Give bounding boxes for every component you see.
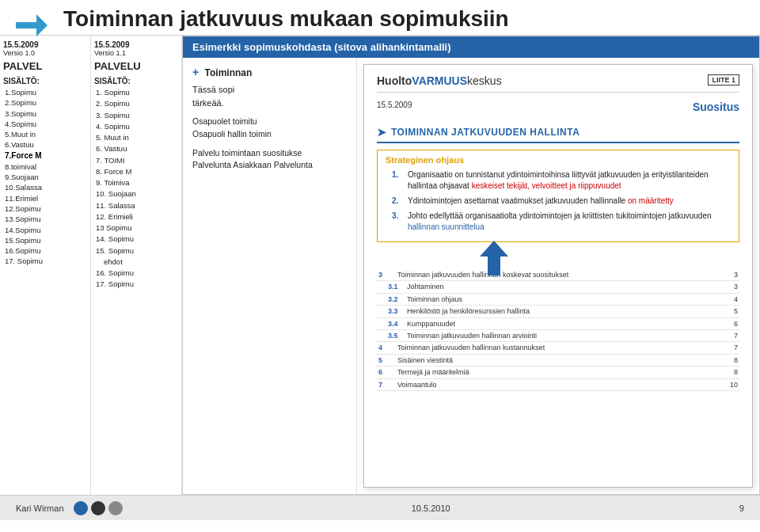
col2-menu-item: 1. Sopimu bbox=[94, 87, 178, 98]
strat-item-1: 1. Organisaatio on tunnistanut ydintoimi… bbox=[392, 169, 731, 192]
strateginen-box: Strateginen ohjaus 1. Organisaatio on tu… bbox=[377, 150, 739, 242]
footer: Kari Wirman 10.5.2010 9 bbox=[0, 495, 760, 520]
doc-toiminnan-title: + Toiminnan bbox=[192, 66, 347, 78]
toc-item: 7 Voimaantulo 10 bbox=[377, 379, 739, 391]
toc-item: 3.4 Kumppanuudet 6 bbox=[377, 318, 739, 330]
svg-rect-0 bbox=[16, 22, 38, 28]
col1-menu-item: 17. Sopimu bbox=[3, 256, 87, 266]
section-title: TOIMINNAN JATKUVUUDEN HALLINTA bbox=[391, 127, 580, 138]
doc-header-bar: Esimerkki sopimuskohdasta (sitova alihan… bbox=[183, 36, 759, 58]
col2-menu-item: 2. Sopimu bbox=[94, 98, 178, 109]
doc-page-header: HuoltoVARMUUSkeskus LIITE 1 bbox=[377, 74, 739, 93]
col2-menu-item: 14. Sopimu bbox=[94, 234, 178, 245]
col1-menu-item: 16.Sopimu bbox=[3, 245, 87, 256]
col2-date-block: 15.5.2009 Versio 1.1 bbox=[94, 40, 178, 57]
col2-menu-item-highlight: 7. TOIMI bbox=[94, 155, 178, 166]
blue-arrow-icon bbox=[480, 241, 508, 276]
footer-date: 10.5.2010 bbox=[412, 504, 450, 513]
doc-right-panel: HuoltoVARMUUSkeskus LIITE 1 15.5.2009 Su… bbox=[357, 58, 759, 494]
col1-menu-item: 10.Salassa bbox=[3, 182, 87, 192]
toc-item: 3.5 Toiminnan jatkuvuuden hallinnan arvi… bbox=[377, 330, 739, 342]
sidebar-col1: 15.5.2009 Versio 1.0 PALVEL SISÄLTÖ: 1.S… bbox=[0, 36, 91, 495]
col2-menu-item: 5. Muut in bbox=[94, 132, 178, 143]
col2-menu-item: 15. Sopimu bbox=[94, 245, 178, 256]
huolto-logo: HuoltoVARMUUSkeskus bbox=[377, 74, 502, 87]
tassa-sopi-text: Tässä sopi tärkeää. bbox=[192, 83, 347, 109]
col2-menu-item: 13 Sopimu bbox=[94, 222, 178, 234]
doc-left-panel: + Toiminnan Tässä sopi tärkeää. Osapuole… bbox=[183, 58, 357, 494]
col2-menu-item: 8. Force M bbox=[94, 166, 178, 177]
toc-item: 3.2 Toiminnan ohjaus 4 bbox=[377, 294, 739, 306]
page-title: Toiminnan jatkuvuus mukaan sopimuksiin bbox=[63, 6, 747, 32]
toc-item: 3 Toiminnan jatkuvuuden hallinnan koskev… bbox=[377, 269, 739, 281]
col2-sisalto: SISÄLTÖ: bbox=[94, 77, 178, 86]
palvelu-block: Palvelu toimintaan suositukse Palvelunta… bbox=[192, 147, 347, 173]
strat-item-3: 3. Johto edellyttää organisaatiolta ydin… bbox=[392, 211, 731, 233]
strat-item-2: 2. Ydintoimintojen asettamat vaatimukset… bbox=[392, 196, 731, 207]
toc-item: 5 Sisäinen viestintä 8 bbox=[377, 355, 739, 367]
section-arrow-icon: ➤ bbox=[377, 126, 386, 139]
doc-body: + Toiminnan Tässä sopi tärkeää. Osapuole… bbox=[183, 58, 759, 494]
col1-sisalto: SISÄLTÖ: bbox=[3, 77, 87, 86]
col1-menu-item: 4.Sopimu bbox=[3, 119, 87, 129]
doc-overlay: Esimerkki sopimuskohdasta (sitova alihan… bbox=[182, 36, 760, 495]
col1-menu-item: 12.Sopimu bbox=[3, 203, 87, 214]
col1-version: Versio 1.0 bbox=[3, 49, 87, 57]
toc-item: 6 Termejä ja määritelmiä 8 bbox=[377, 367, 739, 378]
col1-menu-item: 1.Sopimu bbox=[3, 87, 87, 97]
col2-menu-item: 11. Salassa bbox=[94, 200, 178, 211]
strateginen-title: Strateginen ohjaus bbox=[386, 155, 731, 165]
liite-badge: LIITE 1 bbox=[708, 74, 739, 86]
svg-marker-1 bbox=[36, 14, 48, 36]
col2-menu-item: 6. Vastuu bbox=[94, 143, 178, 154]
col2-menu-item: 17. Sopimu bbox=[94, 279, 178, 290]
footer-author: Kari Wirman bbox=[16, 504, 64, 513]
suositus-label: Suositus bbox=[693, 101, 739, 113]
col1-menu-item: 8.toimival bbox=[3, 162, 87, 172]
example-title: Esimerkki sopimuskohdasta (sitova alihan… bbox=[192, 41, 451, 53]
document-page: HuoltoVARMUUSkeskus LIITE 1 15.5.2009 Su… bbox=[363, 64, 753, 488]
col2-version: Versio 1.1 bbox=[94, 49, 178, 57]
sidebar-col2: 15.5.2009 Versio 1.1 PALVELU SISÄLTÖ: 1.… bbox=[91, 36, 182, 495]
col1-menu-item: 2.Sopimu bbox=[3, 97, 87, 108]
main-content: Esimerkki sopimuskohdasta (sitova alihan… bbox=[182, 36, 760, 495]
col2-title: PALVELU bbox=[94, 60, 178, 72]
main-layout: 15.5.2009 Versio 1.0 PALVEL SISÄLTÖ: 1.S… bbox=[0, 36, 760, 495]
col2-menu-item: 3. Sopimu bbox=[94, 110, 178, 121]
col2-menu-item: 4. Sopimu bbox=[94, 121, 178, 132]
svg-marker-2 bbox=[480, 241, 508, 276]
osapuolet-block: Osapuolet toimitu Osapuoli hallin toimin bbox=[192, 116, 347, 141]
col1-title: PALVEL bbox=[3, 60, 87, 72]
toc-item: 4 Toiminnan jatkuvuuden hallinnan kustan… bbox=[377, 342, 739, 354]
strateginen-items: 1. Organisaatio on tunnistanut ydintoimi… bbox=[386, 169, 731, 233]
footer-circles bbox=[74, 501, 123, 515]
toc-item: 3.3 Henkilöstö ja henkilöresurssien hall… bbox=[377, 306, 739, 317]
footer-page: 9 bbox=[739, 504, 744, 513]
header-arrow-icon bbox=[13, 10, 51, 41]
col1-menu-item: 14.Sopimu bbox=[3, 225, 87, 235]
footer-left: Kari Wirman bbox=[16, 501, 123, 515]
col1-menu-item: 11.Erimiel bbox=[3, 193, 87, 203]
circle-gray bbox=[108, 501, 123, 515]
circle-dark bbox=[91, 501, 105, 515]
col2-menu-item: 10. Suojaan bbox=[94, 188, 178, 200]
col1-date: 15.5.2009 bbox=[3, 40, 87, 49]
toiminnan-hallinta-header: ➤ TOIMINNAN JATKUVUUDEN HALLINTA bbox=[377, 126, 739, 143]
col1-menu-item: 13.Sopimu bbox=[3, 214, 87, 224]
col2-menu-item: ehdot bbox=[94, 256, 178, 268]
col2-menu-item: 9. Toimiva bbox=[94, 177, 178, 188]
col1-menu-item: 9.Suojaan bbox=[3, 172, 87, 182]
col1-menu-item: 15.Sopimu bbox=[3, 235, 87, 245]
col1-menu-item-highlight: 7.Force M bbox=[3, 150, 87, 162]
col2-menu-item: 12. Erimieli bbox=[94, 211, 178, 222]
col2-menu-item: 16. Sopimu bbox=[94, 268, 178, 279]
page-header: Toiminnan jatkuvuus mukaan sopimuksiin bbox=[0, 0, 760, 36]
col1-menu-item: 3.Sopimu bbox=[3, 108, 87, 119]
col2-date: 15.5.2009 bbox=[94, 40, 178, 49]
circle-blue bbox=[74, 501, 88, 515]
plus-icon: + bbox=[192, 66, 199, 78]
col1-menu-item: 6.Vastuu bbox=[3, 139, 87, 150]
toc-item: 3.1 Johtaminen 3 bbox=[377, 281, 739, 293]
doc-page-date: 15.5.2009 bbox=[377, 101, 412, 109]
toc-section: 3 Toiminnan jatkuvuuden hallinnan koskev… bbox=[377, 269, 739, 391]
